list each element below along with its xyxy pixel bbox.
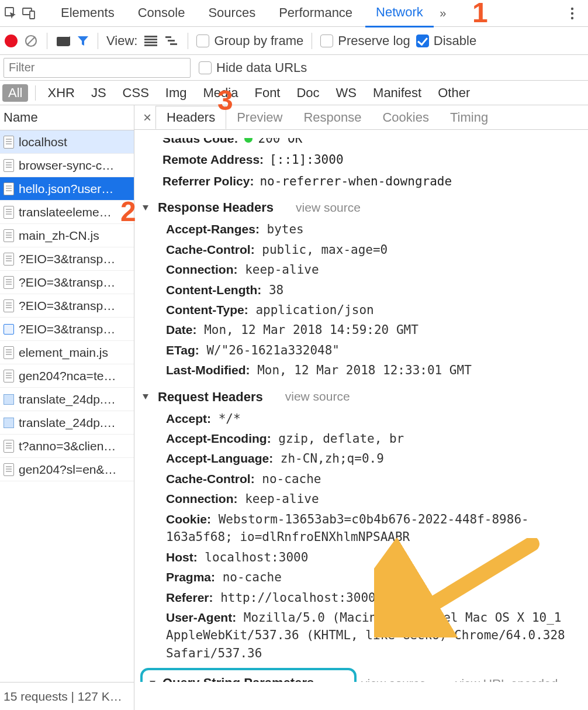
- caret-down-icon[interactable]: [143, 394, 148, 399]
- remote-address-label: Remote Address:: [162, 151, 264, 168]
- svg-rect-11: [144, 42, 157, 43]
- header-value: W/"26-1621a332048": [199, 343, 340, 357]
- toolbar-separator: [188, 33, 188, 49]
- clear-icon[interactable]: [23, 33, 39, 49]
- detail-tab-timing[interactable]: Timing: [440, 106, 499, 129]
- filter-js[interactable]: JS: [83, 83, 115, 103]
- request-name: translate_24dp.…: [19, 392, 116, 406]
- header-row: Accept-Language: zh-CN,zh;q=0.9: [166, 450, 582, 467]
- header-key: Cache-Control:: [166, 472, 255, 485]
- request-row[interactable]: localhost: [0, 130, 134, 154]
- file-icon: [4, 276, 14, 289]
- file-icon: [4, 229, 14, 242]
- request-row[interactable]: browser-sync-c…: [0, 154, 134, 177]
- large-rows-icon[interactable]: [143, 35, 158, 47]
- header-key: Last-Modified:: [166, 363, 250, 377]
- tab-console[interactable]: Console: [127, 1, 196, 26]
- caret-down-icon[interactable]: [150, 681, 155, 682]
- screenshot-icon[interactable]: [56, 35, 71, 47]
- filter-css[interactable]: CSS: [115, 83, 157, 103]
- group-by-frame-checkbox[interactable]: [196, 35, 209, 47]
- request-row[interactable]: translateeleme…: [0, 201, 134, 224]
- hide-data-urls-checkbox[interactable]: [199, 61, 212, 74]
- caret-down-icon[interactable]: [143, 205, 148, 211]
- request-row[interactable]: translate_24dp.…: [0, 411, 134, 435]
- header-key: User-Agent:: [166, 611, 236, 624]
- header-value: http://localhost:3000/: [213, 591, 383, 605]
- request-name: browser-sync-c…: [19, 158, 114, 173]
- filter-other[interactable]: Other: [430, 83, 478, 103]
- request-row[interactable]: ?EIO=3&transp…: [0, 294, 134, 318]
- detail-tab-cookies[interactable]: Cookies: [372, 106, 439, 129]
- header-key: Cookie:: [166, 512, 211, 526]
- header-row: Accept-Ranges: bytes: [166, 220, 582, 238]
- kebab-menu-icon[interactable]: [566, 7, 579, 20]
- disable-cache-checkbox[interactable]: [416, 35, 429, 47]
- file-icon: [4, 159, 14, 172]
- header-key: Accept-Ranges:: [166, 222, 260, 236]
- preserve-log-checkbox[interactable]: [320, 35, 333, 47]
- request-row[interactable]: element_main.js: [0, 341, 134, 364]
- inspect-element-icon[interactable]: [4, 6, 19, 21]
- filter-doc[interactable]: Doc: [288, 83, 327, 103]
- header-key: Content-Length:: [166, 283, 261, 297]
- request-row[interactable]: main_zh-CN.js: [0, 224, 134, 247]
- tab-sources[interactable]: Sources: [198, 1, 266, 26]
- filter-media[interactable]: Media: [195, 83, 247, 103]
- filter-img[interactable]: Img: [157, 83, 195, 103]
- device-toolbar-icon[interactable]: [21, 6, 36, 21]
- header-row: Content-Length: 38: [166, 281, 582, 299]
- header-value: Webstorm-13653ab3=c0b4b676-2022-448f-898…: [166, 512, 529, 544]
- filter-all[interactable]: All: [2, 84, 28, 102]
- response-headers-list: Accept-Ranges: bytesCache-Control: publi…: [166, 220, 582, 380]
- waterfall-icon[interactable]: [164, 35, 179, 47]
- svg-point-5: [571, 16, 573, 19]
- header-row: Accept-Encoding: gzip, deflate, br: [166, 430, 582, 447]
- header-row: Cache-Control: no-cache: [166, 470, 582, 488]
- header-key: Cache-Control:: [166, 243, 255, 256]
- tab-elements[interactable]: Elements: [50, 1, 125, 26]
- request-row[interactable]: hello.json?user…: [0, 177, 134, 201]
- header-row: Cookie: Webstorm-13653ab3=c0b4b676-2022-…: [166, 511, 582, 546]
- view-url-encoded-link[interactable]: view URL encoded: [455, 675, 558, 682]
- name-column-header[interactable]: Name: [0, 105, 134, 130]
- tab-performance[interactable]: Performance: [268, 1, 363, 26]
- filter-input[interactable]: [4, 58, 191, 78]
- filter-font[interactable]: Font: [246, 83, 288, 103]
- detail-tab-headers[interactable]: Headers: [155, 106, 226, 129]
- header-row: Pragma: no-cache: [166, 568, 582, 586]
- request-row[interactable]: ?EIO=3&transp…: [0, 271, 134, 294]
- detail-tab-response[interactable]: Response: [293, 106, 372, 129]
- view-source-link[interactable]: view source: [285, 388, 350, 405]
- request-row[interactable]: ?EIO=3&transp…: [0, 247, 134, 271]
- header-key: ETag:: [166, 343, 199, 357]
- filter-ws[interactable]: WS: [328, 83, 365, 103]
- preserve-log-label: Preserve log: [338, 33, 410, 49]
- group-by-frame-label: Group by frame: [214, 33, 303, 49]
- request-headers-section: Request Headers view source Accept: */*A…: [143, 388, 582, 663]
- request-row[interactable]: ?EIO=3&transp…: [0, 318, 134, 341]
- view-source-link[interactable]: view source: [361, 675, 426, 682]
- view-source-link[interactable]: view source: [296, 199, 361, 216]
- filter-xhr[interactable]: XHR: [39, 83, 82, 103]
- filter-icon[interactable]: [77, 35, 89, 47]
- header-row: Content-Type: application/json: [166, 301, 582, 319]
- request-row[interactable]: gen204?nca=te…: [0, 364, 134, 388]
- requests-summary: 15 requests | 127 K…: [4, 690, 122, 704]
- more-tabs-icon[interactable]: »: [436, 6, 450, 20]
- file-icon: [4, 346, 14, 359]
- close-details-icon[interactable]: ×: [139, 109, 155, 126]
- request-row[interactable]: translate_24dp.…: [0, 388, 134, 411]
- request-row[interactable]: gen204?sl=en&…: [0, 458, 134, 481]
- filter-manifest[interactable]: Manifest: [365, 83, 430, 103]
- header-value: 38: [261, 283, 283, 297]
- tab-network[interactable]: Network: [365, 0, 434, 27]
- remote-address-value: [::1]:3000: [269, 151, 343, 168]
- request-headers-title: Request Headers: [158, 388, 263, 406]
- file-icon: [4, 182, 14, 195]
- toolbar-separator: [98, 33, 98, 49]
- header-row: Accept: */*: [166, 410, 582, 428]
- detail-tab-preview[interactable]: Preview: [226, 106, 293, 129]
- request-row[interactable]: t?anno=3&clien…: [0, 435, 134, 458]
- record-icon[interactable]: [5, 35, 18, 47]
